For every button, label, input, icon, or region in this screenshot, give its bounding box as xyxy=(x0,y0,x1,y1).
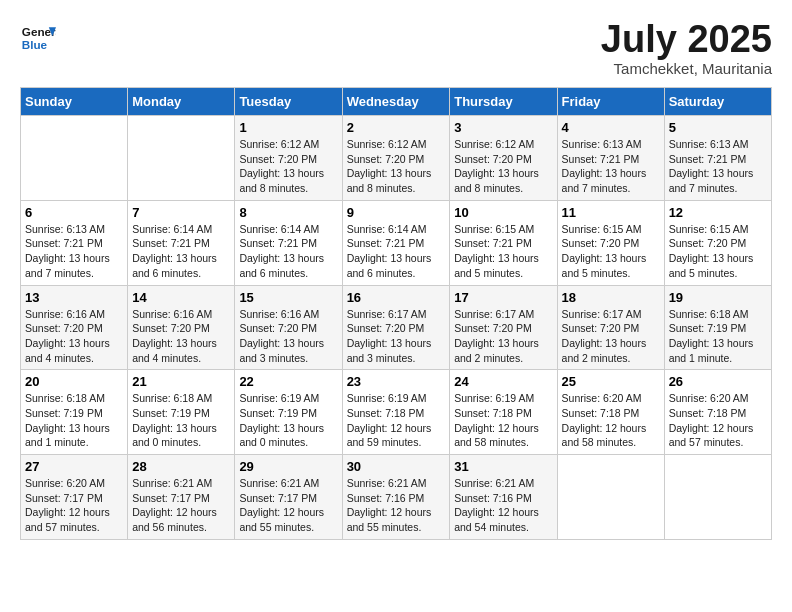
day-info: Sunrise: 6:17 AMSunset: 7:20 PMDaylight:… xyxy=(347,307,446,366)
page-header: General Blue July 2025 Tamchekket, Mauri… xyxy=(20,20,772,77)
col-header-thursday: Thursday xyxy=(450,88,557,116)
day-info: Sunrise: 6:21 AMSunset: 7:17 PMDaylight:… xyxy=(239,476,337,535)
svg-text:Blue: Blue xyxy=(22,38,48,51)
day-number: 14 xyxy=(132,290,230,305)
day-number: 20 xyxy=(25,374,123,389)
day-number: 28 xyxy=(132,459,230,474)
day-info: Sunrise: 6:16 AMSunset: 7:20 PMDaylight:… xyxy=(239,307,337,366)
calendar-cell: 9Sunrise: 6:14 AMSunset: 7:21 PMDaylight… xyxy=(342,200,450,285)
day-info: Sunrise: 6:20 AMSunset: 7:18 PMDaylight:… xyxy=(669,391,767,450)
calendar-cell: 24Sunrise: 6:19 AMSunset: 7:18 PMDayligh… xyxy=(450,370,557,455)
calendar-cell: 26Sunrise: 6:20 AMSunset: 7:18 PMDayligh… xyxy=(664,370,771,455)
day-number: 10 xyxy=(454,205,552,220)
day-number: 1 xyxy=(239,120,337,135)
col-header-monday: Monday xyxy=(128,88,235,116)
month-title: July 2025 xyxy=(601,20,772,58)
calendar-cell: 22Sunrise: 6:19 AMSunset: 7:19 PMDayligh… xyxy=(235,370,342,455)
calendar-cell: 29Sunrise: 6:21 AMSunset: 7:17 PMDayligh… xyxy=(235,455,342,540)
calendar-cell: 21Sunrise: 6:18 AMSunset: 7:19 PMDayligh… xyxy=(128,370,235,455)
day-info: Sunrise: 6:13 AMSunset: 7:21 PMDaylight:… xyxy=(669,137,767,196)
calendar-cell: 23Sunrise: 6:19 AMSunset: 7:18 PMDayligh… xyxy=(342,370,450,455)
day-info: Sunrise: 6:12 AMSunset: 7:20 PMDaylight:… xyxy=(454,137,552,196)
day-info: Sunrise: 6:18 AMSunset: 7:19 PMDaylight:… xyxy=(25,391,123,450)
location: Tamchekket, Mauritania xyxy=(601,60,772,77)
col-header-tuesday: Tuesday xyxy=(235,88,342,116)
calendar-cell: 7Sunrise: 6:14 AMSunset: 7:21 PMDaylight… xyxy=(128,200,235,285)
calendar-cell: 4Sunrise: 6:13 AMSunset: 7:21 PMDaylight… xyxy=(557,116,664,201)
day-number: 26 xyxy=(669,374,767,389)
day-info: Sunrise: 6:15 AMSunset: 7:20 PMDaylight:… xyxy=(669,222,767,281)
day-number: 29 xyxy=(239,459,337,474)
day-info: Sunrise: 6:19 AMSunset: 7:19 PMDaylight:… xyxy=(239,391,337,450)
calendar-cell: 27Sunrise: 6:20 AMSunset: 7:17 PMDayligh… xyxy=(21,455,128,540)
col-header-saturday: Saturday xyxy=(664,88,771,116)
calendar-cell: 11Sunrise: 6:15 AMSunset: 7:20 PMDayligh… xyxy=(557,200,664,285)
day-info: Sunrise: 6:21 AMSunset: 7:16 PMDaylight:… xyxy=(454,476,552,535)
calendar-cell: 16Sunrise: 6:17 AMSunset: 7:20 PMDayligh… xyxy=(342,285,450,370)
day-info: Sunrise: 6:16 AMSunset: 7:20 PMDaylight:… xyxy=(25,307,123,366)
day-info: Sunrise: 6:17 AMSunset: 7:20 PMDaylight:… xyxy=(562,307,660,366)
day-number: 4 xyxy=(562,120,660,135)
day-info: Sunrise: 6:14 AMSunset: 7:21 PMDaylight:… xyxy=(239,222,337,281)
col-header-sunday: Sunday xyxy=(21,88,128,116)
day-number: 5 xyxy=(669,120,767,135)
calendar-cell: 2Sunrise: 6:12 AMSunset: 7:20 PMDaylight… xyxy=(342,116,450,201)
calendar-week-2: 6Sunrise: 6:13 AMSunset: 7:21 PMDaylight… xyxy=(21,200,772,285)
day-info: Sunrise: 6:19 AMSunset: 7:18 PMDaylight:… xyxy=(347,391,446,450)
day-number: 9 xyxy=(347,205,446,220)
day-number: 12 xyxy=(669,205,767,220)
day-number: 7 xyxy=(132,205,230,220)
day-info: Sunrise: 6:18 AMSunset: 7:19 PMDaylight:… xyxy=(669,307,767,366)
calendar-cell: 14Sunrise: 6:16 AMSunset: 7:20 PMDayligh… xyxy=(128,285,235,370)
calendar-week-3: 13Sunrise: 6:16 AMSunset: 7:20 PMDayligh… xyxy=(21,285,772,370)
calendar-cell: 13Sunrise: 6:16 AMSunset: 7:20 PMDayligh… xyxy=(21,285,128,370)
calendar-table: SundayMondayTuesdayWednesdayThursdayFrid… xyxy=(20,87,772,540)
day-number: 19 xyxy=(669,290,767,305)
calendar-cell xyxy=(664,455,771,540)
calendar-cell xyxy=(21,116,128,201)
day-info: Sunrise: 6:21 AMSunset: 7:17 PMDaylight:… xyxy=(132,476,230,535)
day-number: 25 xyxy=(562,374,660,389)
day-number: 2 xyxy=(347,120,446,135)
calendar-cell: 8Sunrise: 6:14 AMSunset: 7:21 PMDaylight… xyxy=(235,200,342,285)
day-number: 8 xyxy=(239,205,337,220)
calendar-cell: 31Sunrise: 6:21 AMSunset: 7:16 PMDayligh… xyxy=(450,455,557,540)
day-number: 31 xyxy=(454,459,552,474)
day-info: Sunrise: 6:15 AMSunset: 7:20 PMDaylight:… xyxy=(562,222,660,281)
logo-icon: General Blue xyxy=(20,20,56,56)
calendar-cell: 19Sunrise: 6:18 AMSunset: 7:19 PMDayligh… xyxy=(664,285,771,370)
day-info: Sunrise: 6:20 AMSunset: 7:18 PMDaylight:… xyxy=(562,391,660,450)
day-number: 24 xyxy=(454,374,552,389)
day-info: Sunrise: 6:13 AMSunset: 7:21 PMDaylight:… xyxy=(25,222,123,281)
day-info: Sunrise: 6:12 AMSunset: 7:20 PMDaylight:… xyxy=(347,137,446,196)
day-info: Sunrise: 6:17 AMSunset: 7:20 PMDaylight:… xyxy=(454,307,552,366)
day-info: Sunrise: 6:16 AMSunset: 7:20 PMDaylight:… xyxy=(132,307,230,366)
calendar-cell: 12Sunrise: 6:15 AMSunset: 7:20 PMDayligh… xyxy=(664,200,771,285)
day-number: 13 xyxy=(25,290,123,305)
logo: General Blue xyxy=(20,20,56,56)
title-block: July 2025 Tamchekket, Mauritania xyxy=(601,20,772,77)
col-header-wednesday: Wednesday xyxy=(342,88,450,116)
calendar-week-1: 1Sunrise: 6:12 AMSunset: 7:20 PMDaylight… xyxy=(21,116,772,201)
col-header-friday: Friday xyxy=(557,88,664,116)
day-number: 23 xyxy=(347,374,446,389)
calendar-week-5: 27Sunrise: 6:20 AMSunset: 7:17 PMDayligh… xyxy=(21,455,772,540)
calendar-cell: 18Sunrise: 6:17 AMSunset: 7:20 PMDayligh… xyxy=(557,285,664,370)
day-number: 15 xyxy=(239,290,337,305)
day-number: 22 xyxy=(239,374,337,389)
calendar-header-row: SundayMondayTuesdayWednesdayThursdayFrid… xyxy=(21,88,772,116)
calendar-cell: 6Sunrise: 6:13 AMSunset: 7:21 PMDaylight… xyxy=(21,200,128,285)
calendar-cell: 3Sunrise: 6:12 AMSunset: 7:20 PMDaylight… xyxy=(450,116,557,201)
day-info: Sunrise: 6:20 AMSunset: 7:17 PMDaylight:… xyxy=(25,476,123,535)
day-number: 30 xyxy=(347,459,446,474)
calendar-week-4: 20Sunrise: 6:18 AMSunset: 7:19 PMDayligh… xyxy=(21,370,772,455)
calendar-cell: 25Sunrise: 6:20 AMSunset: 7:18 PMDayligh… xyxy=(557,370,664,455)
day-number: 16 xyxy=(347,290,446,305)
calendar-cell: 17Sunrise: 6:17 AMSunset: 7:20 PMDayligh… xyxy=(450,285,557,370)
day-number: 6 xyxy=(25,205,123,220)
calendar-cell: 15Sunrise: 6:16 AMSunset: 7:20 PMDayligh… xyxy=(235,285,342,370)
day-number: 3 xyxy=(454,120,552,135)
day-number: 18 xyxy=(562,290,660,305)
day-info: Sunrise: 6:14 AMSunset: 7:21 PMDaylight:… xyxy=(132,222,230,281)
calendar-cell: 30Sunrise: 6:21 AMSunset: 7:16 PMDayligh… xyxy=(342,455,450,540)
